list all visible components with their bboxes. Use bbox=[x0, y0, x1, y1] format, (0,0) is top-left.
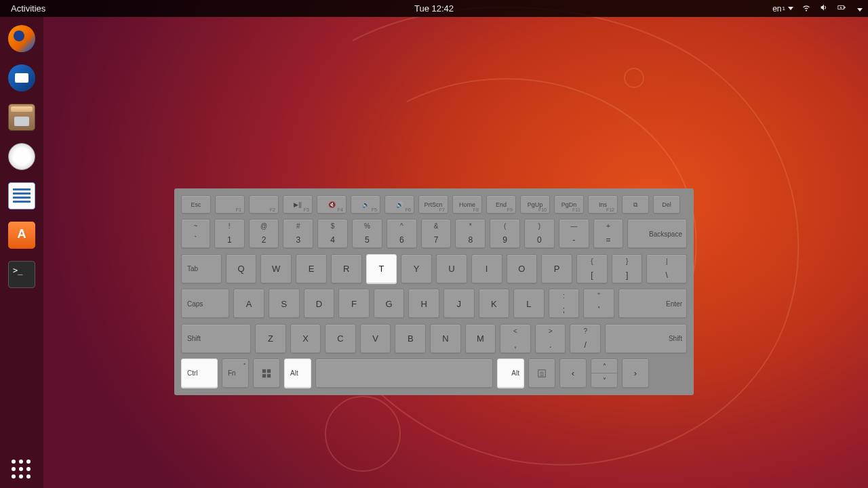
svg-point-0 bbox=[625, 68, 644, 87]
svg-rect-5 bbox=[267, 374, 271, 378]
key-n[interactable]: N bbox=[430, 324, 461, 354]
key-t[interactable]: T bbox=[366, 254, 397, 284]
key-[interactable]: 🔇F4 bbox=[317, 195, 347, 214]
key-end[interactable]: EndF9 bbox=[486, 195, 516, 214]
key-v[interactable]: V bbox=[360, 324, 391, 354]
key-[interactable]: ?/ bbox=[570, 324, 601, 354]
writer-icon[interactable] bbox=[5, 180, 38, 212]
key-key[interactable]: F1 bbox=[215, 195, 245, 214]
key-[interactable]: += bbox=[593, 219, 624, 249]
key-menu[interactable] bbox=[528, 359, 555, 388]
key-[interactable]: ~` bbox=[181, 219, 210, 249]
thunderbird-icon[interactable] bbox=[5, 62, 38, 94]
key-m[interactable]: M bbox=[465, 324, 496, 354]
key-u[interactable]: U bbox=[436, 254, 467, 284]
key-4[interactable]: $4 bbox=[317, 219, 348, 249]
key-home[interactable]: HomeF8 bbox=[452, 195, 482, 214]
key-j[interactable]: J bbox=[443, 289, 475, 319]
system-menu-caret[interactable] bbox=[854, 4, 863, 14]
key-0[interactable]: )0 bbox=[524, 219, 555, 249]
key-fn[interactable]: Fn• bbox=[222, 359, 249, 388]
key-o[interactable]: O bbox=[507, 254, 538, 284]
key-w[interactable]: W bbox=[260, 254, 292, 284]
battery-icon[interactable] bbox=[837, 3, 846, 14]
terminal-icon[interactable] bbox=[5, 258, 38, 291]
key-h[interactable]: H bbox=[408, 289, 439, 319]
key-y[interactable]: Y bbox=[401, 254, 432, 284]
key-7[interactable]: &7 bbox=[421, 219, 452, 249]
key-i[interactable]: I bbox=[471, 254, 502, 284]
key-prtscn[interactable]: PrtScnF7 bbox=[418, 195, 448, 214]
key-key[interactable] bbox=[315, 359, 493, 388]
key-d[interactable]: D bbox=[304, 289, 335, 319]
key-[interactable]: 🔊F6 bbox=[384, 195, 414, 214]
files-icon[interactable] bbox=[5, 101, 38, 134]
key-pgup[interactable]: PgUpF10 bbox=[520, 195, 550, 214]
rhythmbox-icon[interactable] bbox=[5, 140, 38, 173]
key-9[interactable]: (9 bbox=[490, 219, 520, 249]
input-method-indicator[interactable]: en1 bbox=[772, 4, 793, 14]
key-win[interactable] bbox=[253, 359, 280, 388]
key-[interactable]: ⧉ bbox=[622, 195, 649, 214]
volume-icon[interactable] bbox=[819, 3, 829, 14]
key-key[interactable]: F2 bbox=[249, 195, 279, 214]
key-2[interactable]: @2 bbox=[249, 219, 279, 249]
key-alt[interactable]: Alt bbox=[497, 359, 524, 388]
key-esc[interactable]: Esc bbox=[181, 195, 211, 214]
key-1[interactable]: !1 bbox=[214, 219, 245, 249]
key-ins[interactable]: InsF12 bbox=[588, 195, 618, 214]
key-p[interactable]: P bbox=[541, 254, 572, 284]
activities-button[interactable]: Activities bbox=[5, 3, 51, 14]
key-[interactable]: ▶||F3 bbox=[283, 195, 313, 214]
key-[interactable]: "' bbox=[583, 289, 614, 319]
key-enter[interactable]: Enter bbox=[618, 289, 687, 319]
software-icon[interactable] bbox=[5, 219, 38, 251]
key-5[interactable]: %5 bbox=[352, 219, 382, 249]
key-ctrl[interactable]: Ctrl bbox=[181, 359, 218, 388]
key-key[interactable]: ˄˅ bbox=[591, 359, 618, 388]
key-[interactable]: :; bbox=[549, 289, 580, 319]
key-[interactable]: >. bbox=[535, 324, 566, 354]
key-k[interactable]: K bbox=[479, 289, 510, 319]
kbd-row-bot: CtrlFn•AltAlt‹˄˅› bbox=[181, 359, 687, 388]
key-del[interactable]: Del bbox=[653, 195, 680, 214]
key-[interactable]: —- bbox=[559, 219, 589, 249]
key-[interactable]: {[ bbox=[576, 254, 608, 284]
key-[interactable]: › bbox=[622, 359, 649, 388]
key-[interactable]: }] bbox=[612, 254, 643, 284]
key-backspace[interactable]: Backspace bbox=[627, 219, 687, 249]
key-[interactable]: <, bbox=[500, 324, 531, 354]
key-alt[interactable]: Alt bbox=[284, 359, 311, 388]
kbd-row-q: TabQWERTYUIOP{[}]|\ bbox=[181, 254, 687, 284]
clock[interactable]: Tue 12:42 bbox=[414, 3, 454, 14]
svg-rect-4 bbox=[262, 374, 266, 378]
key-6[interactable]: ^6 bbox=[387, 219, 417, 249]
firefox-icon[interactable] bbox=[5, 22, 38, 55]
show-applications-button[interactable] bbox=[0, 460, 43, 480]
kbd-row-a: CapsASDFGHJKL:;"'Enter bbox=[181, 289, 687, 319]
key-f[interactable]: F bbox=[338, 289, 370, 319]
key-tab[interactable]: Tab bbox=[181, 254, 222, 284]
key-caps[interactable]: Caps bbox=[181, 289, 229, 319]
key-3[interactable]: #3 bbox=[283, 219, 313, 249]
key-z[interactable]: Z bbox=[255, 324, 286, 354]
key-8[interactable]: *8 bbox=[455, 219, 486, 249]
key-[interactable]: 🔉F5 bbox=[351, 195, 380, 214]
key-b[interactable]: B bbox=[395, 324, 426, 354]
key-shift[interactable]: Shift bbox=[181, 324, 251, 354]
key-l[interactable]: L bbox=[513, 289, 545, 319]
key-c[interactable]: C bbox=[325, 324, 356, 354]
dock bbox=[0, 17, 43, 488]
key-[interactable]: ‹ bbox=[559, 359, 587, 388]
network-icon[interactable] bbox=[802, 3, 811, 14]
key-a[interactable]: A bbox=[233, 289, 264, 319]
key-shift[interactable]: Shift bbox=[605, 324, 687, 354]
key-pgdn[interactable]: PgDnF11 bbox=[554, 195, 584, 214]
key-s[interactable]: S bbox=[269, 289, 300, 319]
key-q[interactable]: Q bbox=[226, 254, 257, 284]
key-x[interactable]: X bbox=[290, 324, 321, 354]
key-r[interactable]: R bbox=[331, 254, 362, 284]
key-[interactable]: |\ bbox=[646, 254, 687, 284]
key-g[interactable]: G bbox=[374, 289, 405, 319]
key-e[interactable]: E bbox=[296, 254, 327, 284]
